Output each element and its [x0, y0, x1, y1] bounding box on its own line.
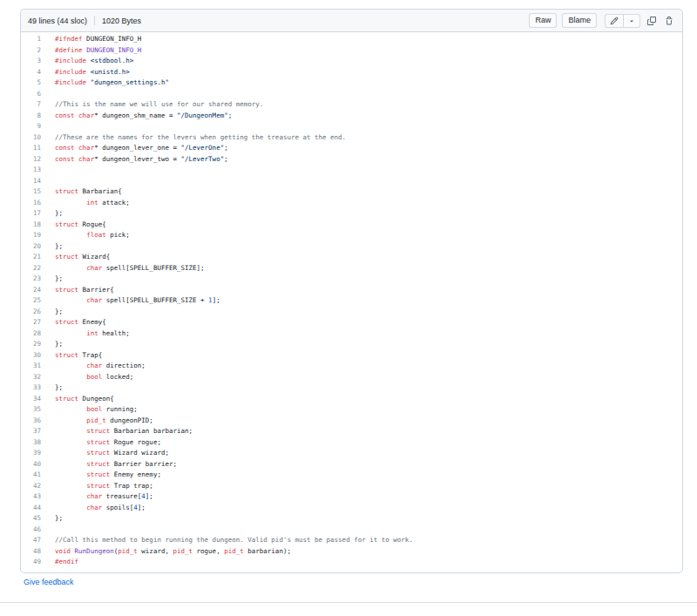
code-line-row: 24struct Barrier{ — [21, 285, 682, 296]
line-number[interactable]: 1 — [21, 34, 41, 45]
pencil-icon — [610, 17, 619, 25]
line-number[interactable]: 18 — [21, 220, 41, 231]
code-line-row: 33}; — [21, 382, 682, 394]
edit-dropdown-button[interactable] — [623, 15, 639, 27]
code-line-text: //These are the names for the levers whe… — [41, 132, 346, 144]
line-number[interactable]: 20 — [21, 241, 41, 253]
code-line-text: char spell[SPELL_BUFFER_SIZE]; — [41, 263, 205, 274]
code-line-text: struct Enemy enemy; — [41, 470, 161, 481]
blame-button[interactable]: Blame — [562, 13, 597, 28]
code-line-text: #ifndef DUNGEON_INFO_H — [41, 34, 141, 45]
line-number[interactable]: 3 — [21, 56, 41, 67]
raw-button[interactable]: Raw — [529, 13, 557, 28]
line-number[interactable]: 14 — [21, 176, 41, 187]
line-number[interactable]: 17 — [21, 208, 41, 220]
line-number[interactable]: 48 — [21, 546, 41, 558]
code-line-row: 46 — [21, 525, 682, 536]
line-number[interactable]: 33 — [21, 382, 41, 394]
line-number[interactable]: 9 — [21, 121, 41, 132]
line-number[interactable]: 40 — [21, 459, 41, 470]
code-line-text: bool locked; — [41, 372, 133, 383]
line-number[interactable]: 31 — [21, 361, 41, 372]
line-number[interactable]: 49 — [21, 557, 41, 568]
code-line-text — [41, 525, 55, 536]
line-number[interactable]: 37 — [21, 426, 41, 437]
line-number[interactable]: 42 — [21, 481, 41, 492]
line-number[interactable]: 12 — [21, 154, 41, 166]
code-line-row: 21struct Wizard{ — [21, 252, 682, 263]
file-lines-info: 49 lines (44 sloc) — [28, 17, 87, 25]
line-number[interactable]: 47 — [21, 535, 41, 546]
line-number[interactable]: 28 — [21, 328, 41, 340]
code-line-row: 48void RunDungeon(pid_t wizard, pid_t ro… — [21, 546, 682, 558]
copy-button[interactable] — [646, 15, 658, 27]
line-number[interactable]: 32 — [21, 372, 41, 383]
line-number[interactable]: 41 — [21, 470, 41, 481]
code-line-row: 26}; — [21, 307, 682, 318]
line-number[interactable]: 4 — [21, 67, 41, 78]
line-number[interactable]: 26 — [21, 307, 41, 318]
code-line-row: 42 struct Trap trap; — [21, 481, 682, 492]
delete-button[interactable] — [663, 15, 675, 27]
edit-button[interactable] — [606, 15, 623, 27]
line-number[interactable]: 45 — [21, 513, 41, 525]
code-line-row: 5#include "dungeon_settings.h" — [21, 78, 682, 89]
code-line-text: struct Wizard{ — [41, 252, 110, 263]
line-number[interactable]: 7 — [21, 99, 41, 111]
file-size-info: 1020 Bytes — [102, 17, 141, 25]
line-number[interactable]: 5 — [21, 78, 41, 89]
line-number[interactable]: 38 — [21, 437, 41, 449]
give-feedback-link[interactable]: Give feedback — [24, 578, 74, 586]
line-number[interactable]: 27 — [21, 317, 41, 328]
code-line-row: 34struct Dungeon{ — [21, 394, 682, 405]
file-header: 49 lines (44 sloc) 1020 Bytes Raw Blame — [21, 10, 682, 32]
file-actions: Raw Blame — [529, 13, 675, 28]
code-line-text: //Call this method to begin running the … — [41, 535, 413, 546]
code-line-text: void RunDungeon(pid_t wizard, pid_t rogu… — [41, 546, 291, 558]
file-view: 49 lines (44 sloc) 1020 Bytes Raw Blame — [20, 9, 683, 573]
code-line-row: 29}; — [21, 339, 682, 350]
code-line-row: 1#ifndef DUNGEON_INFO_H — [21, 34, 682, 45]
line-number[interactable]: 43 — [21, 491, 41, 503]
code-line-text: const char* dungeon_lever_two = "/LeverT… — [41, 154, 228, 166]
line-number[interactable]: 8 — [21, 111, 41, 122]
line-number[interactable]: 15 — [21, 186, 41, 198]
code-line-row: 43 char treasure[4]; — [21, 491, 682, 503]
line-number[interactable]: 21 — [21, 252, 41, 263]
code-line-text: char spoils[4]; — [41, 503, 145, 514]
line-number[interactable]: 36 — [21, 416, 41, 427]
line-number[interactable]: 22 — [21, 263, 41, 274]
line-number[interactable]: 25 — [21, 295, 41, 307]
line-number[interactable]: 2 — [21, 45, 41, 57]
code-line-row: 7//This is the name we will use for our … — [21, 99, 682, 111]
line-number[interactable]: 13 — [21, 165, 41, 176]
line-number[interactable]: 34 — [21, 394, 41, 405]
line-number[interactable]: 39 — [21, 448, 41, 459]
line-number[interactable]: 29 — [21, 339, 41, 350]
file-info: 49 lines (44 sloc) 1020 Bytes — [28, 16, 141, 25]
line-number[interactable]: 46 — [21, 525, 41, 536]
line-number[interactable]: 30 — [21, 350, 41, 362]
line-number[interactable]: 24 — [21, 285, 41, 296]
code-line-row: 18struct Rogue{ — [21, 220, 682, 231]
line-number[interactable]: 6 — [21, 89, 41, 100]
line-number[interactable]: 10 — [21, 132, 41, 144]
code-line-text: bool running; — [41, 404, 138, 416]
line-number[interactable]: 19 — [21, 230, 41, 241]
line-number[interactable]: 16 — [21, 198, 41, 209]
page-footer-divider — [0, 602, 697, 603]
code-line-text: struct Barbarian{ — [41, 186, 122, 198]
line-number[interactable]: 23 — [21, 274, 41, 285]
code-line-text: #include <stdbool.h> — [41, 56, 133, 67]
code-line-row: 32 bool locked; — [21, 372, 682, 383]
code-line-text — [41, 121, 55, 132]
code-line-text: }; — [41, 382, 63, 394]
triangle-down-icon — [628, 17, 635, 24]
code-line-row: 8const char* dungeon_shm_name = "/Dungeo… — [21, 111, 682, 122]
code-line-text: pid_t dungeonPID; — [41, 416, 153, 427]
line-number[interactable]: 11 — [21, 143, 41, 154]
line-number[interactable]: 44 — [21, 503, 41, 514]
code-line-row: 45}; — [21, 513, 682, 525]
line-number[interactable]: 35 — [21, 404, 41, 416]
code-line-text: struct Barrier{ — [41, 285, 114, 296]
